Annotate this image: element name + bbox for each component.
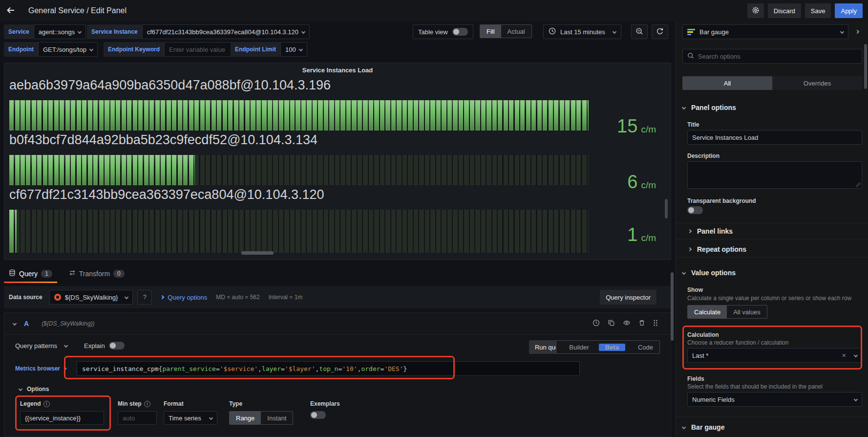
zoom-out-button[interactable] bbox=[631, 24, 648, 39]
chevron-down-icon bbox=[78, 30, 82, 34]
metrics-browser-row: Metrics browser service_instance_cpm{par… bbox=[15, 361, 580, 376]
fill-actual-group: Fill Actual bbox=[480, 24, 532, 38]
calculation-select[interactable]: Last * × bbox=[687, 348, 862, 363]
window-scrollbar[interactable] bbox=[864, 44, 867, 89]
builder-code-group: BuilderBeta Code bbox=[556, 340, 660, 354]
trash-icon[interactable] bbox=[638, 319, 645, 328]
query-ref-id: A bbox=[24, 320, 29, 328]
var-endpoint-limit-select[interactable]: 100 bbox=[280, 42, 307, 57]
value-options-section-toggle[interactable]: Value options bbox=[682, 269, 736, 277]
apply-button[interactable]: Apply bbox=[835, 3, 863, 18]
fill-option[interactable]: Fill bbox=[480, 25, 501, 38]
refresh-icon bbox=[656, 27, 664, 37]
var-endpoint-keyword-label[interactable]: Endpoint Keyword bbox=[104, 42, 164, 57]
discard-button[interactable]: Discard bbox=[768, 3, 801, 18]
gauge-label: b0f43bcf7d844a92bba5b23c9fecdf52@10.104.… bbox=[9, 132, 318, 148]
repeat-options-section-toggle[interactable]: Repeat options bbox=[676, 241, 868, 258]
visualization-picker[interactable]: Bar gauge bbox=[682, 24, 848, 39]
var-service-select[interactable]: agent::songs bbox=[34, 24, 86, 39]
back-button[interactable] bbox=[0, 0, 21, 22]
query-patterns-dropdown[interactable]: Query patterns bbox=[15, 342, 57, 350]
exemplars-toggle[interactable] bbox=[310, 411, 326, 419]
type-range-option[interactable]: Range bbox=[230, 412, 261, 424]
max-data-points: MD = auto = 562 bbox=[216, 294, 259, 301]
collapse-sidebar-button[interactable] bbox=[850, 24, 864, 39]
bar-gauge-section-toggle[interactable]: Bar gauge bbox=[682, 423, 724, 431]
tab-all[interactable]: All bbox=[682, 76, 772, 90]
chevron-down-icon bbox=[89, 47, 93, 51]
info-icon: i bbox=[43, 401, 50, 407]
copy-icon[interactable] bbox=[608, 319, 615, 328]
transparent-background-label: Transparent background bbox=[687, 197, 756, 204]
close-icon[interactable]: × bbox=[842, 351, 846, 359]
info-icon: i bbox=[144, 401, 150, 407]
datasource-label: Data source bbox=[9, 294, 42, 301]
chevron-down-icon bbox=[301, 30, 305, 34]
panel-title-input[interactable]: Service Instances Load bbox=[687, 130, 862, 145]
table-view-toggle[interactable] bbox=[452, 28, 468, 36]
gauge-value: 1c/m bbox=[627, 224, 656, 245]
var-service-instance-label[interactable]: Service Instance bbox=[87, 24, 142, 39]
fields-select[interactable]: Numeric Fields bbox=[687, 392, 862, 407]
query-options-toggle[interactable]: Query options bbox=[161, 294, 207, 301]
table-view-label: Table view bbox=[418, 28, 448, 36]
pane-resize-handle[interactable] bbox=[241, 251, 274, 255]
panel-settings-button[interactable] bbox=[747, 3, 764, 18]
chevron-right-icon bbox=[688, 229, 692, 233]
metrics-browser-toggle[interactable]: Metrics browser bbox=[15, 365, 77, 372]
var-service-label[interactable]: Service bbox=[4, 24, 34, 39]
legend-input[interactable]: {{service_instance}} bbox=[20, 411, 104, 425]
tab-overrides[interactable]: Overrides bbox=[772, 76, 862, 90]
var-endpoint-limit-label[interactable]: Endpoint Limit bbox=[231, 42, 280, 57]
time-range-picker[interactable]: Last 15 minutes bbox=[543, 24, 621, 39]
chevron-right-icon bbox=[160, 295, 164, 299]
all-values-option[interactable]: All values bbox=[727, 306, 767, 318]
title-label: Title bbox=[687, 121, 699, 128]
query-count-badge: 1 bbox=[41, 270, 52, 278]
var-service: Service agent::songs bbox=[4, 24, 86, 39]
format-select[interactable]: Time series bbox=[164, 411, 217, 425]
tab-query[interactable]: Query 1 bbox=[4, 266, 57, 283]
chevron-right-icon bbox=[63, 367, 66, 371]
panel-links-section-toggle[interactable]: Panel links bbox=[676, 223, 868, 240]
var-endpoint-label[interactable]: Endpoint bbox=[4, 42, 38, 57]
eye-icon[interactable] bbox=[623, 319, 631, 328]
code-option[interactable]: Code bbox=[632, 341, 659, 353]
editor-scrollbar[interactable] bbox=[671, 272, 674, 341]
type-instant-option[interactable]: Instant bbox=[261, 412, 293, 424]
type-option: Type Range Instant bbox=[229, 400, 293, 425]
legend-option: Legendi {{service_instance}} bbox=[20, 400, 104, 425]
query-row-header[interactable]: A (${DS_SkyWalking}) bbox=[4, 312, 671, 335]
format-option: Format Time series bbox=[164, 400, 217, 425]
panel-description-textarea[interactable] bbox=[687, 161, 862, 189]
search-icon bbox=[687, 52, 694, 61]
show-description: Calculate a single value per column or s… bbox=[687, 295, 851, 302]
chevron-right-icon bbox=[688, 247, 692, 251]
refresh-button[interactable] bbox=[652, 24, 668, 39]
editor-tabs: Query 1 Transform 0 bbox=[4, 266, 129, 283]
help-circle-icon[interactable]: ? bbox=[137, 290, 152, 305]
save-button[interactable]: Save bbox=[805, 3, 831, 18]
var-service-instance-select[interactable]: cf677df21c3143bb9cea363397eca804@10.104.… bbox=[142, 24, 310, 39]
search-options-input[interactable] bbox=[698, 53, 857, 60]
tab-transform[interactable]: Transform 0 bbox=[64, 266, 129, 283]
endpoint-keyword-input[interactable] bbox=[169, 46, 233, 53]
transparent-background-toggle[interactable] bbox=[687, 206, 703, 214]
query-expression-input[interactable]: service_instance_cpm{parent_service='$se… bbox=[77, 361, 580, 376]
builder-option[interactable]: BuilderBeta bbox=[556, 341, 632, 353]
query-inspector-button[interactable]: Query inspector bbox=[600, 290, 656, 305]
gauge-bar bbox=[9, 210, 589, 253]
header-bar: General Service / Edit Panel Discard Sav… bbox=[0, 0, 868, 22]
datasource-select[interactable]: ${DS_SkyWalking} bbox=[49, 290, 133, 305]
history-icon[interactable] bbox=[593, 319, 600, 328]
panel-scrollbar[interactable] bbox=[665, 199, 668, 218]
calculate-option[interactable]: Calculate bbox=[688, 306, 727, 318]
drag-handle-icon[interactable] bbox=[653, 319, 658, 328]
explain-toggle[interactable] bbox=[109, 342, 125, 350]
var-endpoint-select[interactable]: GET:/songs/top bbox=[38, 42, 98, 57]
actual-option[interactable]: Actual bbox=[501, 25, 531, 38]
panel-options-section-toggle[interactable]: Panel options bbox=[682, 104, 736, 111]
gauge-label: cf677df21c3143bb9cea363397eca804@10.104.… bbox=[9, 187, 324, 202]
options-section-toggle[interactable]: Options bbox=[19, 386, 49, 393]
min-step-input[interactable]: auto bbox=[118, 411, 157, 425]
